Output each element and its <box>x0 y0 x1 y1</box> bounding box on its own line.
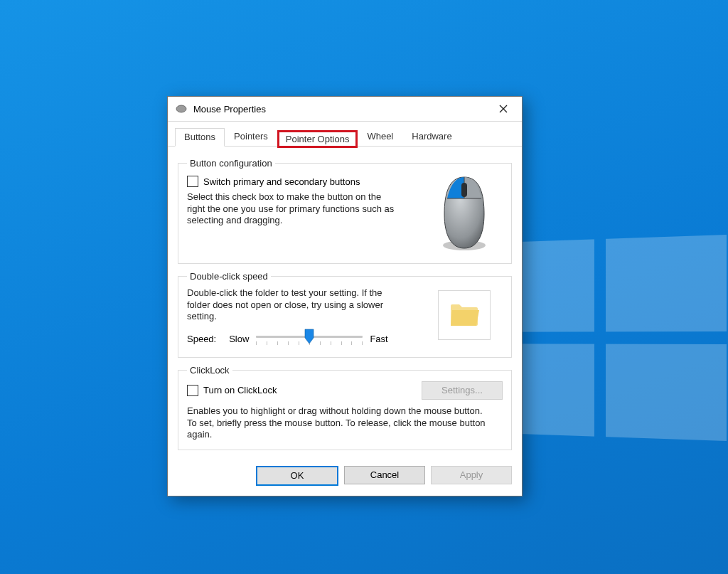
cancel-button[interactable]: Cancel <box>344 466 425 484</box>
slow-label: Slow <box>229 334 249 344</box>
double-click-description: Double-click the folder to test your set… <box>187 287 407 323</box>
switch-buttons-option[interactable]: Switch primary and secondary buttons <box>187 176 426 187</box>
clicklock-option[interactable]: Turn on ClickLock <box>187 385 277 396</box>
double-click-speed-group: Double-click speed Double-click the fold… <box>178 271 512 358</box>
tab-pointer-options[interactable]: Pointer Options <box>277 130 358 148</box>
fast-label: Fast <box>370 334 387 344</box>
desktop: Mouse Properties Buttons Pointers Pointe… <box>0 0 728 574</box>
double-click-test-folder[interactable] <box>438 290 491 340</box>
mouse-illustration-icon <box>436 174 493 255</box>
dialog-title: Mouse Properties <box>193 104 488 115</box>
tab-hardware[interactable]: Hardware <box>402 127 461 146</box>
titlebar[interactable]: Mouse Properties <box>168 97 522 122</box>
tab-bar: Buttons Pointers Pointer Options Wheel H… <box>168 122 522 147</box>
switch-buttons-label: Switch primary and secondary buttons <box>203 176 360 187</box>
apply-button: Apply <box>431 466 512 484</box>
double-click-speed-slider[interactable] <box>256 330 363 349</box>
double-click-speed-legend: Double-click speed <box>187 271 271 282</box>
close-icon <box>499 105 508 113</box>
clicklock-legend: ClickLock <box>187 365 232 376</box>
svg-rect-3 <box>461 183 467 197</box>
clicklock-label: Turn on ClickLock <box>203 385 277 395</box>
clicklock-checkbox[interactable] <box>187 385 198 396</box>
close-button[interactable] <box>488 99 519 119</box>
button-configuration-group: Button configuration Switch primary and … <box>178 158 512 264</box>
ok-button[interactable]: OK <box>256 466 338 486</box>
tab-wheel[interactable]: Wheel <box>358 127 402 146</box>
tab-pointers[interactable]: Pointers <box>225 127 277 146</box>
clicklock-description: Enables you to highlight or drag without… <box>187 405 486 441</box>
clicklock-group: ClickLock Turn on ClickLock Settings... … <box>178 365 512 450</box>
slider-thumb-icon[interactable] <box>304 329 314 344</box>
button-config-description: Select this check box to make the button… <box>187 191 400 227</box>
dialog-buttons: OK Cancel Apply <box>168 460 522 496</box>
tab-content: Button configuration Switch primary and … <box>168 147 522 460</box>
tab-buttons[interactable]: Buttons <box>175 128 225 147</box>
mouse-properties-dialog: Mouse Properties Buttons Pointers Pointe… <box>167 96 523 496</box>
switch-buttons-checkbox[interactable] <box>187 176 198 187</box>
clicklock-settings-button: Settings... <box>422 381 503 400</box>
button-configuration-legend: Button configuration <box>187 158 275 169</box>
speed-label: Speed: <box>187 334 216 344</box>
folder-icon <box>448 300 481 331</box>
mouse-icon <box>175 104 188 114</box>
